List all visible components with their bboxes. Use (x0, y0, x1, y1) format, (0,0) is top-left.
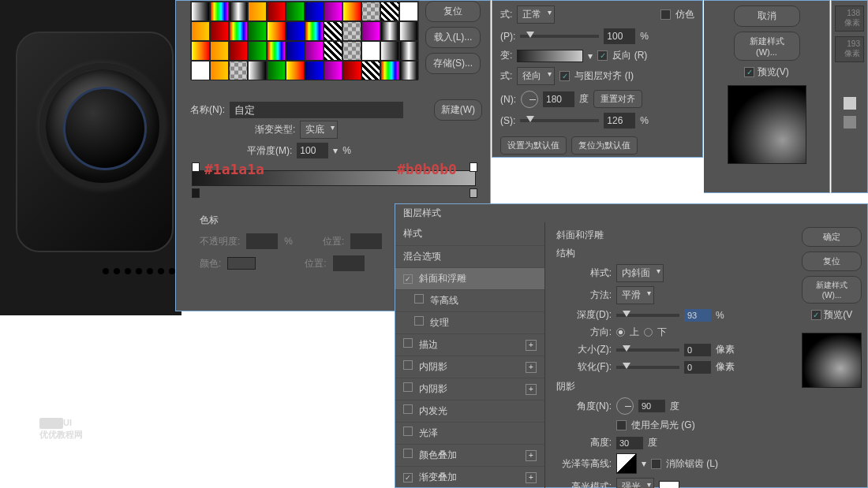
reset-button[interactable]: 复位 (425, 1, 481, 22)
right-buttons-panel: 取消 新建样式(W)... 预览(V) (704, 0, 830, 193)
size-slider[interactable] (616, 348, 679, 352)
left-hex-annotation: #1a1a1a (204, 161, 264, 177)
gradient-type-select[interactable]: 实底 (300, 121, 338, 139)
reset-button-ls[interactable]: 复位 (802, 251, 862, 271)
inner-shadow-item-2[interactable]: 内阴影+ (395, 378, 544, 400)
size-chip-1: 138 像素 (835, 6, 864, 32)
camera-device (0, 0, 181, 315)
far-right-sliver: 138 像素 193 像素 (831, 0, 868, 193)
preview-checkbox[interactable] (744, 67, 754, 77)
stop-position-input-2 (333, 255, 365, 271)
reset-default-button[interactable]: 复位为默认值 (571, 136, 638, 155)
antialias-checkbox[interactable] (651, 459, 661, 469)
new-style-button-ls[interactable]: 新建样式(W)... (802, 276, 862, 304)
reset-align-button[interactable]: 重置对齐 (593, 90, 642, 108)
position-label-1: 位置: (323, 235, 344, 248)
gradient-picker[interactable] (517, 50, 583, 62)
soften-slider[interactable] (616, 366, 679, 369)
effect-preview (728, 85, 806, 164)
gradient-overlay-panel: 式: 正常 仿色 (P): % 变: ▾ 反向 (R) 式: 径向 与图层对齐 … (492, 0, 703, 158)
size-input[interactable] (684, 344, 711, 356)
tool-icon-1[interactable] (844, 97, 856, 110)
name-input[interactable] (230, 102, 403, 118)
dialog-title: 图层样式 (395, 204, 867, 222)
stop-opacity-input (246, 233, 278, 249)
tool-icon-2[interactable] (844, 116, 856, 129)
name-label: 名称(N): (190, 103, 225, 117)
angle-input[interactable] (543, 91, 574, 107)
position-label-2: 位置: (305, 257, 326, 270)
gradient-preset-grid[interactable] (190, 1, 419, 80)
preview-checkbox-ls[interactable] (811, 310, 821, 320)
contour-item[interactable]: 等高线 (395, 289, 544, 311)
bevel-emboss-item[interactable]: 斜面和浮雕 (395, 267, 544, 289)
opacity-slider[interactable] (520, 35, 599, 38)
dither-checkbox[interactable] (660, 9, 671, 20)
opacity-stop-right[interactable] (470, 162, 477, 172)
inner-shadow-item-1[interactable]: 内阴影+ (395, 356, 544, 378)
stops-title: 色标 (200, 214, 382, 227)
watermark: UI 优优教程网 (39, 418, 83, 441)
blend-mode-select[interactable]: 正常 (517, 6, 555, 24)
direction-down-radio[interactable] (644, 328, 653, 337)
highlight-mode-select[interactable]: 强光 (616, 478, 654, 488)
stop-color-swatch (227, 257, 256, 270)
smoothness-label: 平滑度(M): (247, 144, 292, 158)
color-label: 颜色: (200, 257, 221, 270)
ok-button[interactable]: 确定 (802, 227, 862, 247)
right-hex-annotation: #b0b0b0 (397, 161, 457, 177)
reverse-checkbox[interactable] (597, 50, 608, 61)
speaker-holes (103, 268, 186, 274)
styles-header: 样式 (395, 222, 544, 245)
shading-angle-dial[interactable] (616, 397, 634, 415)
inner-glow-item[interactable]: 内发光 (395, 400, 544, 422)
color-stop-right[interactable] (470, 188, 477, 198)
altitude-input[interactable] (616, 437, 643, 449)
color-overlay-item[interactable]: 颜色叠加+ (395, 444, 544, 466)
save-button[interactable]: 存储(S)... (425, 53, 481, 74)
size-chip-2: 193 像素 (835, 36, 864, 62)
effect-preview-ls (802, 333, 862, 388)
make-default-button[interactable]: 设置为默认值 (500, 136, 567, 155)
gradient-type-label: 渐变类型: (255, 123, 295, 136)
gradient-style-select[interactable]: 径向 (517, 67, 555, 85)
bevel-settings: 斜面和浮雕 结构 样式:内斜面 方法:平滑 深度(D):% 方向:上下 大小(Z… (545, 222, 796, 488)
global-light-checkbox[interactable] (616, 420, 627, 430)
satin-item[interactable]: 光泽 (395, 422, 544, 444)
style-list: 样式 混合选项 斜面和浮雕 等高线 纹理 描边+ 内阴影+ 内阴影+ 内发光 光… (395, 222, 545, 488)
color-stop-left[interactable] (192, 188, 200, 198)
percent-label: % (342, 145, 351, 156)
new-button[interactable]: 新建(W) (434, 99, 482, 121)
stroke-item[interactable]: 描边+ (395, 333, 544, 356)
depth-slider[interactable] (616, 314, 679, 317)
angle-input-ls[interactable] (638, 400, 665, 412)
blend-options-item[interactable]: 混合选项 (395, 245, 544, 267)
bevel-technique-select[interactable]: 平滑 (616, 286, 654, 304)
layer-style-buttons: 确定 复位 新建样式(W)... 预览(V (796, 222, 867, 488)
scale-input[interactable] (604, 113, 635, 129)
chevron-down-icon[interactable]: ▾ (333, 145, 338, 156)
texture-item[interactable]: 纹理 (395, 311, 544, 333)
layer-style-dialog: 图层样式 样式 混合选项 斜面和浮雕 等高线 纹理 描边+ 内阴影+ 内阴影+ … (395, 203, 868, 488)
scale-slider[interactable] (520, 119, 599, 122)
opacity-stop-left[interactable] (192, 162, 200, 172)
highlight-color[interactable] (659, 481, 679, 489)
opacity-input[interactable] (604, 28, 635, 44)
new-style-button[interactable]: 新建样式(W)... (734, 32, 800, 61)
bevel-style-select[interactable]: 内斜面 (616, 264, 664, 282)
opacity-label: 不透明度: (200, 235, 240, 248)
stop-position-input-1 (350, 233, 382, 249)
direction-up-radio[interactable] (616, 328, 625, 337)
smoothness-input[interactable] (297, 143, 328, 158)
cancel-button[interactable]: 取消 (734, 6, 800, 27)
align-layer-checkbox[interactable] (559, 71, 570, 81)
camera-lens (39, 63, 166, 189)
soften-input[interactable] (684, 361, 711, 374)
gradient-overlay-item[interactable]: 渐变叠加+ (395, 466, 544, 488)
gloss-contour[interactable] (616, 453, 637, 474)
load-button[interactable]: 载入(L)... (425, 27, 481, 48)
depth-input[interactable] (684, 309, 711, 322)
angle-dial[interactable] (521, 91, 538, 108)
divider (832, 67, 867, 91)
